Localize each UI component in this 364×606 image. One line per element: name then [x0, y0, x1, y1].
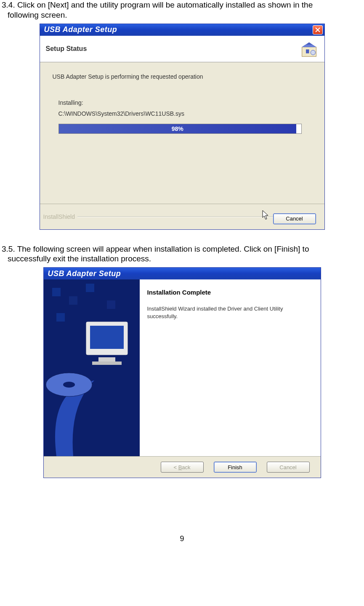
setup-status-dialog: USB Adapter Setup Setup Status USB Adapt… [40, 24, 325, 230]
installation-complete-dialog: USB Adapter Setup [43, 267, 321, 478]
window-title: USB Adapter Setup [44, 25, 117, 34]
svg-rect-12 [90, 326, 124, 349]
cursor-icon [262, 210, 270, 222]
cancel-button-label: Cancel [286, 215, 303, 222]
cancel-button: Cancel [267, 462, 310, 473]
status-message: USB Adapter Setup is performing the requ… [53, 73, 312, 80]
svg-rect-13 [98, 357, 115, 361]
step-3-5-line1: 3.5. The following screen will appear wh… [2, 245, 309, 253]
back-button: < Back [161, 462, 204, 473]
cancel-button-label: Cancel [279, 464, 296, 470]
dialog-body: Installation Complete InstallShield Wiza… [44, 279, 321, 456]
titlebar: USB Adapter Setup [40, 24, 324, 36]
progress-text: 98% [172, 125, 183, 132]
page-number: 9 [0, 534, 364, 543]
titlebar: USB Adapter Setup [44, 268, 321, 279]
finish-button-label: Finish [228, 464, 242, 470]
svg-marker-2 [302, 45, 316, 47]
svg-rect-7 [69, 296, 77, 305]
svg-rect-9 [107, 300, 115, 309]
close-icon[interactable] [313, 25, 323, 35]
svg-rect-14 [92, 361, 122, 365]
dialog-body: USB Adapter Setup is performing the requ… [40, 62, 324, 204]
setup-status-heading: Setup Status [46, 45, 87, 53]
step-3-4-text: 3.4. Click on [Next] and the utility pro… [0, 0, 364, 20]
cancel-button[interactable]: Cancel [273, 213, 316, 224]
installation-complete-text: InstallShield Wizard installed the Drive… [147, 305, 313, 320]
dialog-header: Setup Status [40, 36, 324, 62]
step-3-5-line2: successfully exit the installation proce… [2, 254, 151, 263]
finish-button[interactable]: Finish [214, 462, 257, 473]
installer-box-icon [300, 39, 319, 58]
back-button-label: < Back [173, 464, 190, 470]
step-3-5-text: 3.5. The following screen will appear wh… [0, 244, 364, 264]
svg-rect-8 [86, 284, 94, 292]
svg-point-16 [63, 382, 75, 388]
wizard-right-panel: Installation Complete InstallShield Wiza… [140, 279, 321, 456]
svg-rect-10 [56, 313, 65, 322]
progress-fill: 98% [59, 124, 296, 133]
progress-bar: 98% [58, 124, 302, 134]
wizard-sidebar-graphic [44, 279, 140, 456]
dialog-footer: < Back Finish Cancel [44, 456, 321, 478]
step-3-4-line1: 3.4. Click on [Next] and the utility pro… [2, 0, 313, 9]
installshield-label: InstallShield [43, 213, 75, 220]
step-3-4-line2: following screen. [2, 11, 67, 19]
svg-rect-3 [306, 49, 309, 53]
dialog-footer: InstallShield Cancel [40, 204, 324, 229]
installing-path: C:\WINDOWS\System32\Drivers\WC11USB.sys [58, 110, 312, 117]
svg-point-4 [311, 50, 315, 55]
svg-rect-6 [52, 288, 61, 296]
window-title: USB Adapter Setup [48, 269, 121, 278]
installation-complete-heading: Installation Complete [147, 289, 313, 296]
installing-label: Installing: [58, 99, 312, 106]
